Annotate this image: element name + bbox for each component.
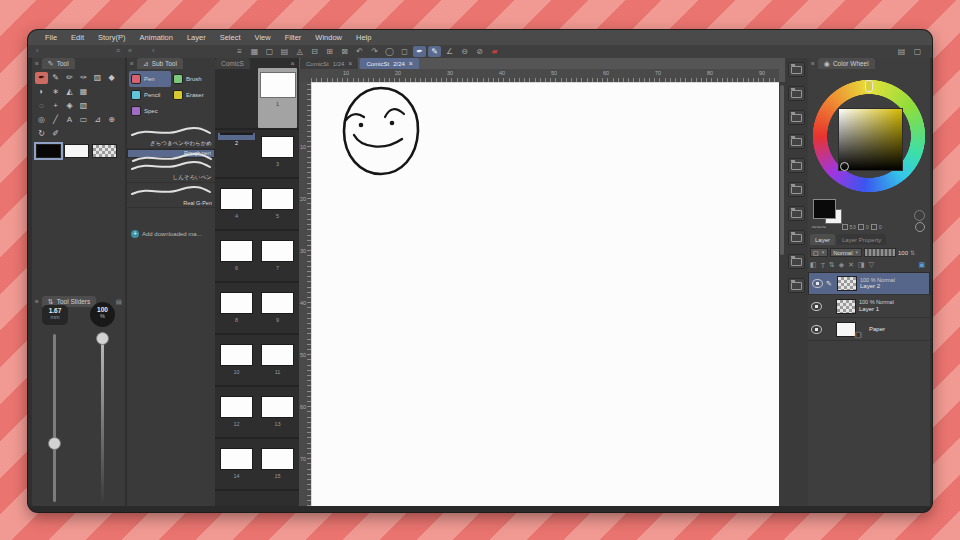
page-thumb-11[interactable]: 11	[258, 340, 297, 385]
page-thumb-6[interactable]: 6	[217, 236, 256, 281]
sub-color-swatch[interactable]	[64, 144, 89, 158]
tool-icon[interactable]: ∗	[49, 86, 62, 98]
hue-ring-marker[interactable]	[865, 80, 873, 92]
tool-icon[interactable]: +	[49, 100, 62, 112]
foreground-color-swatch[interactable]	[813, 199, 836, 219]
stat-icon[interactable]	[858, 224, 864, 230]
dock-panel-5[interactable]	[788, 158, 805, 173]
page-thumb-12[interactable]: 12	[217, 392, 256, 437]
tool-icon[interactable]: ⊿	[91, 114, 104, 126]
toolbar-icon[interactable]: ▰	[488, 46, 501, 57]
panel-menu-icon[interactable]: ≡	[811, 60, 815, 67]
page-thumb-2[interactable]: 2	[217, 132, 256, 141]
menu-filter[interactable]: Filter	[278, 33, 309, 42]
dock-panel-6[interactable]	[788, 182, 805, 197]
toolbar-collapse-icon[interactable]: ≡	[116, 47, 120, 54]
layer-action-icon[interactable]: ⇅	[829, 261, 835, 269]
layer-row-layer-2[interactable]: ✎100 % NormalLayer 2	[808, 272, 930, 295]
dock-panel-4[interactable]	[788, 134, 805, 149]
subtool-tab-spec[interactable]: Spec	[129, 103, 171, 119]
layer-action-icon[interactable]: ◧	[810, 261, 817, 269]
visibility-eye-icon[interactable]	[811, 325, 822, 334]
layer-action-icon[interactable]: ▽	[869, 261, 874, 269]
subtool-tab-pen[interactable]: Pen	[129, 71, 171, 87]
toolbar-collapse-icon[interactable]: ‹	[36, 47, 38, 54]
page-thumb-14[interactable]: 14	[217, 444, 256, 489]
toolbar-icon[interactable]: ▦	[248, 46, 261, 57]
page-thumb-4[interactable]: 4	[217, 184, 256, 229]
brush-item[interactable]: Rough pen	[127, 149, 215, 158]
opacity-slider[interactable]	[101, 332, 104, 502]
close-icon[interactable]: ×	[290, 59, 295, 68]
dock-panel-3[interactable]	[788, 110, 805, 125]
toolbar-icon[interactable]: ▢	[263, 46, 276, 57]
page-thumb-7[interactable]: 7	[258, 236, 297, 281]
dock-panel-1[interactable]	[788, 62, 805, 77]
color-mode-circle-icon[interactable]	[914, 210, 925, 221]
layer-color-icon[interactable]: ▣	[918, 261, 925, 269]
page-thumb-5[interactable]: 5	[258, 184, 297, 229]
dock-panel-10[interactable]	[788, 278, 805, 293]
close-tab-icon[interactable]: ×	[348, 60, 352, 67]
tool-icon[interactable]: ◆	[105, 72, 118, 84]
page-thumb-9[interactable]: 9	[258, 288, 297, 333]
tool-icon[interactable]: ✐	[49, 128, 62, 140]
menu-edit[interactable]: Edit	[64, 33, 91, 42]
document-tab[interactable]: ComicSt1/24×	[300, 58, 358, 69]
scrollbar-thumb[interactable]	[780, 85, 784, 255]
tool-panel-tab[interactable]: ✎ Tool	[42, 58, 75, 69]
tool-icon[interactable]: ◭	[63, 86, 76, 98]
toolbar-icon[interactable]: ⊟	[308, 46, 321, 57]
drawing-canvas[interactable]	[311, 82, 779, 506]
layer-opacity-slider[interactable]	[864, 248, 896, 257]
page-thumb-8[interactable]: 8	[217, 288, 256, 333]
menu-view[interactable]: View	[248, 33, 278, 42]
tool-icon[interactable]: ▦	[77, 86, 90, 98]
layer-action-icon[interactable]: T	[821, 262, 825, 269]
brush-size-slider-thumb[interactable]	[48, 437, 61, 450]
page-thumb-13[interactable]: 13	[258, 392, 297, 437]
sub-tool-tab[interactable]: ⊿ Sub Tool	[137, 58, 183, 69]
menu-file[interactable]: File	[38, 33, 64, 42]
menu-select[interactable]: Select	[213, 33, 248, 42]
brush-item[interactable]: Real G-Pen	[127, 183, 215, 208]
selection-dropdown[interactable]: ▢▼	[810, 248, 828, 257]
brush-item[interactable]: ざらつきペンやわらかめ	[127, 124, 215, 149]
add-downloaded-row[interactable]: + Add downloaded ma...	[131, 230, 202, 238]
layer-action-icon[interactable]: ✕	[848, 261, 854, 269]
subtool-tab-eraser[interactable]: Eraser	[171, 87, 213, 103]
color-wheel-tab[interactable]: ◉ Color Wheel	[818, 58, 875, 69]
menu-layer[interactable]: Layer	[180, 33, 213, 42]
stat-icon[interactable]	[871, 224, 877, 230]
toolbar-icon[interactable]: ↷	[368, 46, 381, 57]
layer-action-icon[interactable]: ◈	[839, 261, 844, 269]
tool-icon[interactable]: ⊕	[105, 114, 118, 126]
workspace-icon[interactable]: ▤	[895, 46, 908, 57]
tool-icon[interactable]: ╱	[49, 114, 62, 126]
menu-storyp[interactable]: Story(P)	[91, 33, 133, 42]
blend-mode-dropdown[interactable]: Normal▼	[830, 248, 862, 257]
layer-row-paper[interactable]: ▣Paper	[808, 318, 930, 341]
tool-icon[interactable]: ✒	[35, 72, 48, 84]
tool-icon[interactable]: ↻	[35, 128, 48, 140]
toolbar-icon[interactable]: ◬	[293, 46, 306, 57]
tool-icon[interactable]: ✑	[77, 72, 90, 84]
toolbar-collapse-icon[interactable]: «	[128, 47, 132, 54]
toolbar-icon[interactable]: ✎	[428, 46, 441, 57]
dock-panel-7[interactable]	[788, 206, 805, 221]
toolbar-icon[interactable]: ⊘	[473, 46, 486, 57]
menu-window[interactable]: Window	[308, 33, 349, 42]
toolbar-icon[interactable]: ⊞	[323, 46, 336, 57]
extra-panel-tab-icon[interactable]: ▤	[116, 298, 122, 306]
subtool-tab-pencil[interactable]: Pencil	[129, 87, 171, 103]
brush-size-slider[interactable]	[53, 334, 56, 502]
tool-icon[interactable]: ◎	[35, 114, 48, 126]
dock-panel-2[interactable]	[788, 86, 805, 101]
subtool-tab-brush[interactable]: Brush	[171, 71, 213, 87]
toolbar-icon[interactable]: ⊠	[338, 46, 351, 57]
tool-icon[interactable]: ▨	[91, 72, 104, 84]
tool-icon[interactable]: ◗	[35, 86, 48, 98]
toolbar-icon[interactable]: ◻	[398, 46, 411, 57]
toolbar-icon[interactable]: ∠	[443, 46, 456, 57]
tool-icon[interactable]: ◌	[35, 100, 48, 112]
